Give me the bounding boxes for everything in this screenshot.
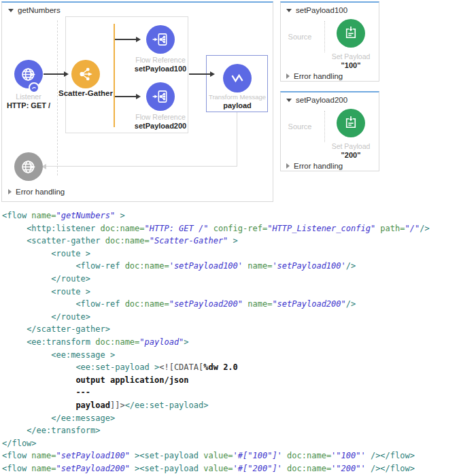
expand-arrow-icon	[286, 163, 290, 169]
code-line: </ee:message>	[2, 412, 459, 425]
mule-flow-editor: getNumbers Listener HTTP: GET /	[0, 0, 461, 476]
flow-reference-2-component[interactable]	[146, 82, 175, 111]
transform-type-label: Transform Message	[207, 93, 268, 101]
connector-line	[44, 73, 64, 75]
set-payload-type-label: Set Payload	[317, 52, 385, 61]
code-line: <ee:set-payload ><![CDATA[%dw 2.0	[2, 361, 459, 374]
route2-arrowhead	[136, 94, 141, 99]
source-label: Source	[284, 122, 316, 131]
flow-container-setpayload200: setPayload200 Source Set Payload "200" E…	[280, 91, 379, 171]
source-separator-line	[324, 111, 325, 142]
scatter-gather-component[interactable]	[71, 60, 100, 88]
dataweave-icon	[228, 69, 246, 87]
set-payload-name: "100"	[317, 61, 385, 69]
set-payload-name: "200"	[317, 151, 385, 159]
route1-line	[115, 39, 136, 40]
code-line: <flow-ref doc:name="setPayload200" name=…	[2, 298, 459, 311]
source-label: Source	[284, 33, 316, 41]
response-line-horizontal	[46, 166, 237, 167]
flow-reference-2-name: setPayload200	[126, 122, 194, 130]
flow-reference-icon	[152, 88, 169, 105]
code-line: <route >	[2, 286, 459, 299]
flow-reference-2-type-label: Flow Reference	[126, 113, 194, 121]
transform-name: payload	[207, 101, 268, 109]
globe-arrow-icon	[20, 65, 38, 84]
connector-arrowhead	[64, 71, 69, 77]
code-line: </route>	[2, 273, 459, 286]
code-line: <ee:transform doc:name="payload">	[2, 336, 459, 349]
flow-reference-icon	[152, 31, 169, 48]
code-editor[interactable]: <flow name="getNumbers" > <http:listener…	[2, 209, 459, 475]
source-separator-line	[57, 20, 58, 175]
listener-name: HTTP: GET /	[0, 101, 59, 109]
flow-container-getnumbers: getNumbers Listener HTTP: GET /	[1, 1, 273, 202]
route2-line	[115, 96, 136, 97]
expand-arrow-icon	[286, 73, 290, 79]
code-line: </route>	[2, 311, 459, 324]
set-payload-component[interactable]	[337, 19, 365, 48]
code-line: </ee:transform>	[2, 424, 459, 437]
flow-header-setpayload200[interactable]: setPayload200	[286, 96, 347, 104]
response-line-vertical	[237, 112, 237, 167]
code-line: <flow name="getNumbers" >	[2, 209, 459, 222]
flow-title: setPayload200	[296, 96, 347, 104]
error-handling-section[interactable]: Error handling	[286, 162, 343, 170]
set-payload-icon	[342, 24, 360, 42]
listener-response-badge-icon	[29, 82, 39, 93]
code-line: <scatter-gather doc:name="Scatter-Gather…	[2, 235, 459, 248]
flow-reference-1-type-label: Flow Reference	[126, 56, 194, 64]
code-line: ---	[2, 386, 459, 399]
code-line: <flow name="setPayload200" ><set-payload…	[2, 462, 459, 475]
code-line: <http:listener doc:name="HTTP: GET /" co…	[2, 222, 459, 235]
flow-title: setPayload100	[296, 6, 347, 14]
response-endpoint-component[interactable]	[14, 152, 43, 181]
expand-arrow-icon	[8, 189, 12, 194]
scatter-gather-name: Scatter-Gather	[48, 89, 123, 97]
error-handling-section[interactable]: Error handling	[286, 72, 343, 80]
listener-type-label: Listener	[1, 92, 56, 101]
set-payload-component[interactable]	[337, 109, 365, 137]
collapse-arrow-icon	[286, 9, 292, 12]
set-payload-icon	[342, 114, 360, 132]
code-line: <ee:message >	[2, 349, 459, 362]
scatter-gather-icon	[77, 65, 95, 83]
collapse-arrow-icon	[8, 9, 14, 12]
code-line: <flow name="setPayload100" ><set-payload…	[2, 449, 459, 462]
code-line: payload]]></ee:set-payload>	[2, 399, 459, 412]
flow-reference-1-component[interactable]	[146, 25, 175, 54]
set-payload-type-label: Set Payload	[317, 142, 385, 150]
connector-arrowhead	[210, 71, 215, 77]
error-handling-section[interactable]: Error handling	[8, 188, 65, 196]
flow-title: getNumbers	[18, 6, 61, 14]
error-handling-label: Error handling	[16, 188, 65, 196]
error-handling-label: Error handling	[294, 162, 343, 170]
code-line: </flow>	[2, 437, 459, 450]
flow-reference-1-name: setPayload100	[126, 65, 194, 73]
flow-container-setpayload100: setPayload100 Source Set Payload "100" E…	[280, 1, 379, 82]
error-handling-label: Error handling	[294, 72, 343, 80]
code-line: <route >	[2, 248, 459, 260]
code-line: </scatter-gather>	[2, 323, 459, 336]
flow-header-setpayload100[interactable]: setPayload100	[286, 6, 347, 14]
code-line: output application/json	[2, 374, 459, 387]
code-line: <flow-ref doc:name='setPayload100' name=…	[2, 260, 459, 273]
globe-arrow-icon	[20, 158, 38, 176]
transform-message-component[interactable]	[223, 64, 252, 92]
source-separator-line	[324, 21, 325, 52]
connector-line	[189, 73, 210, 75]
flow-header-getnumbers[interactable]: getNumbers	[8, 6, 61, 14]
collapse-arrow-icon	[286, 99, 292, 102]
route1-arrowhead	[136, 37, 141, 42]
